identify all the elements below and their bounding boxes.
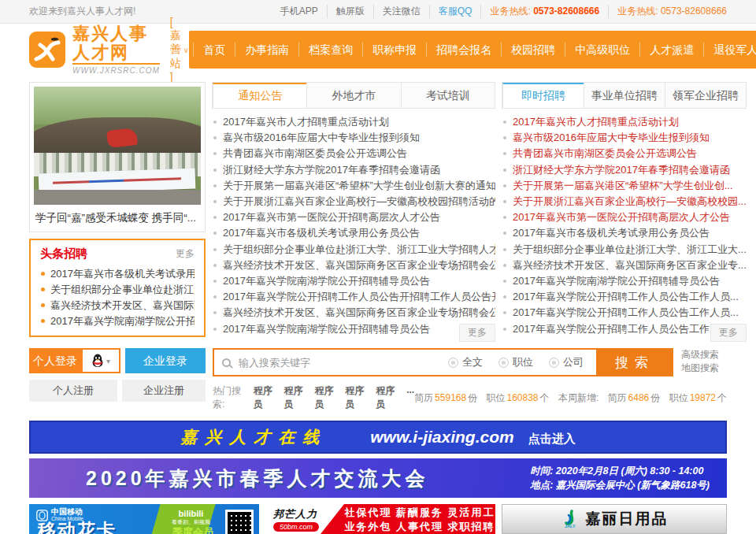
bullet-icon [213, 328, 217, 331]
recruit-item[interactable]: 共青团嘉兴市南湖区委员会公开选调公告 [502, 146, 747, 161]
topbar-link-wechat[interactable]: 关注微信 [374, 5, 430, 18]
notice-item[interactable]: 嘉兴市级2016年应届大中专毕业生报到须知 [212, 130, 495, 146]
notice-more-link[interactable]: 更多 [459, 324, 495, 342]
recruit-item[interactable]: 关于开展第一届嘉兴港区“希望杯”大学生创业创... [502, 178, 747, 194]
notice-item[interactable]: 嘉兴经济技术开发区、嘉兴国际商务区百家企业专场招聘会公告 [212, 258, 495, 273]
hot-search-row: 热门搜索: 程序员程序员程序员程序员程序员... 简历559168份 职位160… [213, 384, 727, 411]
hot-search-term[interactable]: 程序员 [254, 384, 277, 411]
hot-search-term[interactable]: ... [406, 384, 414, 411]
recruit-tab[interactable]: 领军企业招聘 [665, 83, 746, 108]
headline-job-item[interactable]: 关于组织部分企事业单位赴浙江大学... [40, 282, 195, 298]
qq-login-dropdown[interactable]: ▾ [81, 348, 120, 373]
recruit-item[interactable]: 嘉兴市级2016年应届大中专毕业生报到须知 [502, 130, 747, 146]
bullet-icon [503, 216, 506, 219]
photo-caption[interactable]: 学子回“嘉”感受禾城蝶变 携手同“... [34, 205, 201, 228]
bullet-icon [503, 248, 506, 251]
notice-tab[interactable]: 外地才市 [306, 83, 400, 108]
quarter-member-label: 季度会员 [172, 525, 213, 534]
headline-job-item[interactable]: 嘉兴经济技术开发区、嘉兴国际商务... [40, 298, 195, 313]
nav-item[interactable]: 档案查询 [298, 43, 362, 57]
headline-job-item[interactable]: 2017年嘉兴市各级机关考试录用公务... [40, 266, 195, 282]
recruit-item[interactable]: 2017年嘉兴学院南湖学院公开招聘辅导员公告 [502, 273, 747, 289]
notice-item[interactable]: 关于开展第一届嘉兴港区“希望杯”大学生创业创新大赛的通知 [212, 178, 495, 194]
nav-item[interactable]: 退役军人招聘 [703, 43, 756, 57]
search-scope-radio[interactable]: 公司 [549, 355, 584, 369]
notice-item[interactable]: 关于开展浙江嘉兴百家企业高校行—安徽高校校园招聘活动的通... [212, 194, 495, 210]
notice-item[interactable]: 共青团嘉兴市南湖区委员会公开选调公告 [212, 146, 495, 161]
map-search-link[interactable]: 地图搜索 [681, 362, 727, 375]
recruit-panel: 即时招聘事业单位招聘领军企业招聘 2017年嘉兴市人才招聘重点活动计划嘉兴市级2… [502, 82, 747, 339]
nav-item[interactable]: 校园招聘 [501, 43, 565, 57]
search-box: 全文职位公司 搜索 [213, 348, 673, 376]
notice-item[interactable]: 关于组织部分企事业单位赴浙江大学、浙江工业大学招聘人才的... [212, 242, 495, 258]
headline-job-item[interactable]: 2017年嘉兴学院南湖学院公开招聘辅... [40, 313, 195, 329]
site-logo-icon[interactable] [29, 32, 65, 68]
china-mobile-ad[interactable]: 中国移动 China Mobile 移动花卡 bilibili 看番剧、刷视频 … [29, 504, 259, 534]
nav-item[interactable]: 办事指南 [235, 43, 298, 57]
personal-login-button[interactable]: 个人登录 [29, 348, 81, 373]
mobile-huaka-title: 移动花卡 [38, 518, 117, 534]
advanced-search-link[interactable]: 高级搜索 [681, 348, 727, 362]
recruit-item[interactable]: 2017年嘉兴学院公开招聘工作人员公告工作人员... [502, 305, 747, 321]
recruit-item[interactable]: 浙江财经大学东方学院2017年春季招聘会邀请函 [502, 162, 747, 178]
notice-item[interactable]: 2017年嘉兴市人才招聘重点活动计划 [212, 114, 495, 130]
notice-item[interactable]: 嘉兴经济技术开发区、嘉兴国际商务区百家企业专场招聘会公告 [212, 305, 495, 321]
notice-item[interactable]: 浙江财经大学东方学院2017年春季招聘会邀请函 [212, 162, 495, 178]
bangmang-hr-ad[interactable]: 邦芒人力 50bm.com 社保代理 薪酬服务 灵活用工 业务外包 人事代理 求… [265, 504, 495, 534]
headline-more-link[interactable]: 更多 [176, 247, 195, 261]
notice-item[interactable]: 2017年嘉兴学院南湖学院公开招聘辅导员公告 [212, 321, 495, 337]
personal-register-button[interactable]: 个人注册 [29, 380, 117, 402]
recruit-tab[interactable]: 即时招聘 [502, 83, 584, 108]
recruit-item[interactable]: 嘉兴经济技术开发区、嘉兴国际商务区百家企业专... [502, 258, 747, 273]
bangmang-logo: 邦芒人力 50bm.com [265, 504, 344, 534]
site-brand[interactable]: 嘉兴人事人才网 WWW.JXRSRC.COM [72, 24, 160, 75]
recruit-item[interactable]: 2017年嘉兴学院公开招聘工作人员公告工作人员... [502, 289, 747, 305]
notice-item[interactable]: 2017年嘉兴学院南湖学院公开招聘辅导员公告 [212, 273, 495, 289]
hot-search-term[interactable]: 程序员 [314, 384, 338, 411]
nav-item[interactable]: 人才派遣 [639, 43, 703, 57]
chevron-down-icon: ▾ [106, 357, 110, 365]
topbar-link-touch-version[interactable]: 触屏版 [328, 5, 374, 18]
notice-tab[interactable]: 考试培训 [401, 83, 495, 108]
topbar-link-service-qq[interactable]: 客服QQ [430, 5, 482, 18]
bullet-icon [213, 169, 217, 172]
bullet-icon [41, 303, 45, 307]
station-selector[interactable]: [ 嘉善站 ] ∨ [170, 16, 189, 83]
site-header: 嘉兴人事人才网 WWW.JXRSRC.COM [ 嘉善站 ] ∨ 首页办事指南档… [0, 24, 756, 76]
jiali-daily-goods-ad[interactable]: JALY 嘉丽日用品 [502, 504, 727, 534]
site-stats: 简历559168份 职位160838个 本周新增: 简历6486份 职位1987… [414, 391, 727, 405]
news-photo[interactable] [34, 87, 201, 205]
nav-item[interactable]: 职称申报 [362, 43, 426, 57]
recruit-item[interactable]: 2017年嘉兴市各级机关考试录用公务员公告 [502, 225, 747, 241]
search-scope-radio[interactable]: 全文 [448, 355, 483, 369]
recruit-item[interactable]: 关于组织部分企事业单位赴浙江大学、浙江工业大... [502, 242, 747, 258]
hot-search-term[interactable]: 程序员 [376, 384, 399, 411]
enterprise-register-button[interactable]: 企业注册 [122, 380, 206, 402]
recruit-item[interactable]: 2017年嘉兴市第一医院公开招聘高层次人才公告 [502, 210, 747, 225]
search-button[interactable]: 搜索 [596, 350, 672, 375]
hot-search-term[interactable]: 程序员 [284, 384, 308, 411]
recruit-item[interactable]: 关于开展浙江嘉兴百家企业高校行—安徽高校校园... [502, 194, 747, 210]
job-fair-banner[interactable]: 2020年嘉兴市春季人才交流大会 时间: 2020年2月8日 (周六) 8:30… [29, 458, 727, 498]
notice-tab[interactable]: 通知公告 [213, 83, 306, 108]
search-input[interactable] [237, 356, 448, 369]
job-fair-title: 2020年嘉兴市春季人才交流大会 [86, 465, 429, 491]
recruit-more-link[interactable]: 更多 [710, 324, 747, 342]
enterprise-login-button[interactable]: 企业登录 [125, 348, 206, 373]
photo-ground [34, 190, 201, 206]
recruit-item[interactable]: 2017年嘉兴市人才招聘重点活动计划 [502, 114, 747, 130]
hot-search-term[interactable]: 程序员 [345, 384, 369, 411]
notice-item[interactable]: 2017年嘉兴学院公开招聘工作人员公告开招聘工作人员公告开... [212, 289, 495, 305]
recruit-tab[interactable]: 事业单位招聘 [584, 83, 665, 108]
hotline-number: 0573-82608666 [661, 6, 727, 17]
notice-item[interactable]: 2017年嘉兴市各级机关考试录用公务员公告 [212, 225, 495, 241]
jiaxing-talent-online-banner[interactable]: 嘉兴人才在线 www.i-jiaxing.com 点击进入 [29, 421, 727, 454]
banner-enter-link[interactable]: 点击进入 [528, 432, 576, 447]
nav-item[interactable]: 首页 [193, 43, 235, 57]
nav-item[interactable]: 中高级职位 [565, 43, 639, 57]
nav-item[interactable]: 招聘会报名 [426, 43, 501, 57]
search-scope-radio[interactable]: 职位 [498, 355, 533, 369]
notice-item[interactable]: 2017年嘉兴市第一医院公开招聘高层次人才公告 [212, 210, 495, 225]
job-fair-place: 嘉兴国际会展中心 (新气象路618号) [556, 480, 710, 491]
topbar-link-mobile-app[interactable]: 手机APP [272, 5, 328, 18]
